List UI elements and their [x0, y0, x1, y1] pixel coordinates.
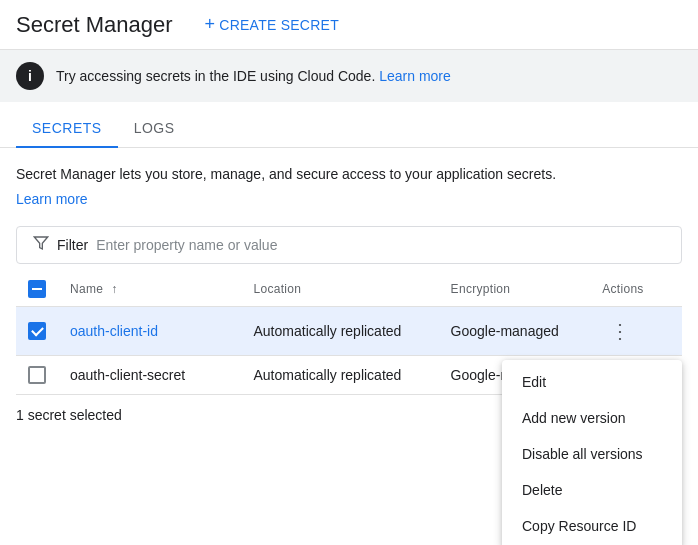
row2-checkbox[interactable]	[28, 366, 46, 384]
svg-marker-0	[34, 237, 47, 249]
tab-logs[interactable]: LOGS	[118, 110, 191, 148]
description-section: Secret Manager lets you store, manage, a…	[0, 148, 698, 218]
plus-icon: +	[205, 14, 216, 35]
page-title: Secret Manager	[16, 12, 173, 38]
row1-name-cell: oauth-client-id	[58, 307, 242, 356]
row1-encryption-cell: Google-managed	[439, 307, 591, 356]
th-checkbox[interactable]	[16, 272, 58, 307]
create-secret-button[interactable]: + CREATE SECRET	[197, 8, 347, 41]
description-text: Secret Manager lets you store, manage, a…	[16, 164, 682, 185]
row1-actions-cell[interactable]: ⋮	[590, 307, 682, 356]
dropdown-item-delete[interactable]: Delete	[502, 472, 682, 508]
banner-text: Try accessing secrets in the IDE using C…	[56, 68, 451, 84]
dropdown-item-disable-all-versions[interactable]: Disable all versions	[502, 436, 682, 472]
dropdown-item-copy-resource-id[interactable]: Copy Resource ID	[502, 508, 682, 544]
row2-name-cell: oauth-client-secret	[58, 356, 242, 395]
tabs-container: SECRETS LOGS	[0, 110, 698, 148]
row1-checkbox[interactable]	[28, 322, 46, 340]
filter-icon	[33, 235, 49, 255]
dropdown-item-add-new-version[interactable]: Add new version	[502, 400, 682, 436]
dropdown-item-edit[interactable]: Edit	[502, 364, 682, 400]
action-dropdown-menu: Edit Add new version Disable all version…	[502, 360, 682, 545]
row1-checkbox-cell[interactable]	[16, 307, 58, 356]
header: Secret Manager + CREATE SECRET	[0, 0, 698, 50]
info-banner: i Try accessing secrets in the IDE using…	[0, 50, 698, 102]
table-header-row: Name ↑ Location Encryption Actions	[16, 272, 682, 307]
sort-asc-icon: ↑	[111, 282, 117, 296]
filter-label: Filter	[57, 237, 88, 253]
row1-action-button[interactable]: ⋮	[602, 317, 638, 345]
minus-icon	[32, 288, 42, 290]
th-name[interactable]: Name ↑	[58, 272, 242, 307]
filter-bar[interactable]: Filter Enter property name or value	[16, 226, 682, 264]
th-location: Location	[242, 272, 439, 307]
banner-learn-more-link[interactable]: Learn more	[379, 68, 451, 84]
create-secret-label: CREATE SECRET	[219, 17, 339, 33]
row1-name-link[interactable]: oauth-client-id	[70, 323, 158, 339]
th-encryption: Encryption	[439, 272, 591, 307]
select-all-checkbox[interactable]	[28, 280, 46, 298]
selected-count-text: 1 secret selected	[16, 407, 122, 423]
filter-input[interactable]: Enter property name or value	[96, 237, 277, 253]
info-icon: i	[16, 62, 44, 90]
row2-location-cell: Automatically replicated	[242, 356, 439, 395]
th-actions: Actions	[590, 272, 682, 307]
row1-location-cell: Automatically replicated	[242, 307, 439, 356]
table-row: oauth-client-id Automatically replicated…	[16, 307, 682, 356]
description-learn-more-link[interactable]: Learn more	[16, 189, 682, 210]
row2-checkbox-cell[interactable]	[16, 356, 58, 395]
tab-secrets[interactable]: SECRETS	[16, 110, 118, 148]
